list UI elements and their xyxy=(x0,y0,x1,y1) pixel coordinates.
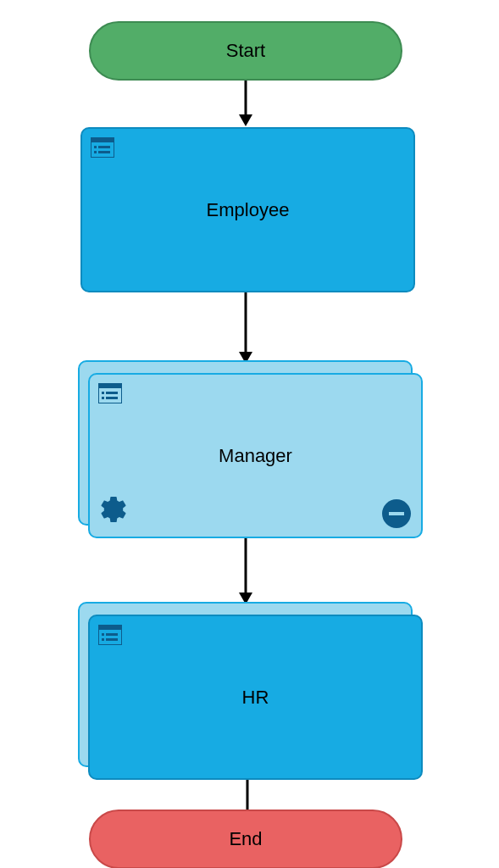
svg-rect-22 xyxy=(106,633,118,636)
svg-rect-12 xyxy=(102,392,104,394)
hr-label: HR xyxy=(242,687,269,709)
start-label: Start xyxy=(226,40,265,62)
arrow-employee-manager xyxy=(237,292,254,365)
manager-label: Manager xyxy=(219,445,292,467)
employee-node[interactable]: Employee xyxy=(80,127,415,292)
employee-label: Employee xyxy=(207,199,290,221)
form-icon xyxy=(91,137,114,163)
svg-rect-7 xyxy=(98,151,110,153)
svg-rect-5 xyxy=(98,146,110,148)
svg-rect-14 xyxy=(102,397,104,399)
svg-rect-15 xyxy=(106,397,118,399)
manager-node[interactable]: Manager xyxy=(88,373,423,538)
gear-icon xyxy=(98,494,129,530)
hr-node[interactable]: HR xyxy=(88,615,423,780)
svg-rect-16 xyxy=(389,512,404,515)
svg-rect-24 xyxy=(106,638,118,641)
svg-rect-3 xyxy=(91,137,114,142)
start-node[interactable]: Start xyxy=(89,21,402,81)
svg-rect-21 xyxy=(102,633,104,636)
svg-rect-20 xyxy=(98,625,122,630)
svg-rect-23 xyxy=(102,638,104,641)
arrow-start-employee xyxy=(237,81,254,128)
arrow-manager-hr xyxy=(237,538,254,606)
arrow-hr-end xyxy=(239,780,256,814)
svg-rect-13 xyxy=(106,392,118,394)
end-node[interactable]: End xyxy=(89,810,402,868)
svg-rect-4 xyxy=(94,146,97,148)
svg-rect-11 xyxy=(98,383,122,388)
form-icon xyxy=(98,383,122,409)
svg-rect-6 xyxy=(94,151,97,153)
end-label: End xyxy=(229,828,262,850)
svg-marker-1 xyxy=(239,114,252,126)
form-icon xyxy=(98,625,122,650)
minus-icon[interactable] xyxy=(382,499,411,528)
